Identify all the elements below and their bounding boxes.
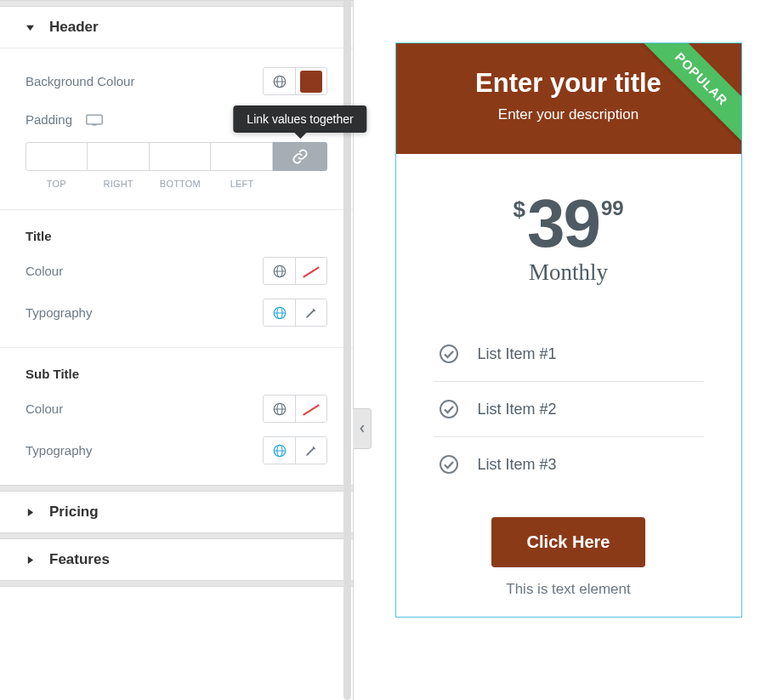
price-amount: 39	[527, 193, 599, 254]
feature-text: List Item #2	[478, 401, 557, 418]
global-colour-button[interactable]	[264, 258, 295, 284]
svg-marker-18	[27, 509, 32, 516]
subtitle-group: Sub Title Colour Typography	[0, 348, 353, 485]
accordion-features-label: Features	[49, 551, 110, 568]
padding-left-input[interactable]	[211, 142, 273, 171]
padding-right-input[interactable]	[88, 142, 150, 171]
link-values-button[interactable]	[273, 142, 327, 171]
padding-block: Padding TOP RIGHT	[26, 112, 327, 189]
padding-bottom-input[interactable]	[150, 142, 212, 171]
caret-down-icon	[26, 24, 34, 31]
price-block: $ 39 99 Monthly	[396, 154, 741, 301]
bg-colour-label: Background Colour	[26, 74, 134, 88]
currency-symbol: $	[513, 196, 525, 223]
global-colour-button[interactable]	[264, 68, 295, 94]
global-colour-button[interactable]	[264, 396, 295, 422]
preview-area: POPULAR Enter your title Enter your desc…	[354, 0, 783, 700]
accordion-header[interactable]: Header	[0, 7, 353, 48]
edit-typography-button[interactable]	[295, 437, 326, 464]
section-divider	[0, 0, 353, 7]
card-header: POPULAR Enter your title Enter your desc…	[396, 43, 741, 154]
no-colour-icon	[300, 260, 322, 282]
title-typography-control	[263, 299, 327, 327]
panel-content: Header Background Colour Padding	[0, 0, 353, 700]
svg-rect-4	[87, 115, 102, 124]
padding-bottom-label: BOTTOM	[150, 179, 212, 189]
card-subtitle: Enter your description	[411, 106, 726, 123]
svg-point-20	[440, 345, 457, 362]
tooltip: Link values together	[233, 105, 366, 133]
padding-top-label: TOP	[26, 179, 88, 189]
title-colour-swatch[interactable]	[295, 258, 326, 284]
title-heading: Title	[26, 229, 327, 243]
feature-list: List Item #1 List Item #2 List Item #3	[396, 301, 741, 495]
accordion-header-label: Header	[49, 19, 99, 36]
cta-button[interactable]: Click Here	[491, 517, 646, 567]
responsive-icon[interactable]	[86, 114, 103, 126]
title-colour-label: Colour	[26, 264, 63, 278]
settings-panel: Header Background Colour Padding	[0, 0, 354, 700]
svg-marker-0	[26, 25, 34, 30]
padding-label: Padding	[26, 112, 72, 127]
svg-rect-5	[93, 124, 97, 126]
globe-icon	[272, 401, 287, 417]
bg-colour-swatch[interactable]	[295, 68, 326, 94]
padding-right-label: RIGHT	[88, 179, 150, 189]
globe-icon	[272, 305, 287, 321]
subtitle-colour-swatch[interactable]	[295, 396, 326, 422]
check-circle-icon	[439, 344, 459, 364]
globe-icon	[272, 264, 287, 279]
feature-item: List Item #3	[434, 437, 704, 492]
title-typography-row: Typography	[26, 299, 327, 327]
edit-typography-button[interactable]	[295, 299, 326, 326]
title-colour-row: Colour	[26, 257, 327, 285]
footnote: This is text element	[396, 574, 741, 617]
global-typography-button[interactable]	[264, 299, 295, 326]
pencil-icon	[304, 444, 318, 458]
collapse-panel-button[interactable]	[353, 408, 372, 449]
bg-colour-control	[263, 67, 327, 95]
svg-marker-19	[27, 556, 32, 564]
check-circle-icon	[439, 399, 459, 419]
chevron-left-icon	[359, 424, 366, 434]
padding-left-label: LEFT	[211, 179, 273, 189]
svg-point-21	[440, 401, 457, 418]
section-divider	[0, 485, 353, 492]
subtitle-typography-control	[263, 436, 327, 464]
feature-text: List Item #3	[478, 456, 557, 474]
subtitle-typography-row: Typography	[26, 436, 327, 464]
caret-right-icon	[26, 556, 34, 564]
globe-icon	[272, 443, 287, 458]
padding-inputs: TOP RIGHT BOTTOM LEFT	[26, 142, 327, 189]
check-circle-icon	[439, 454, 459, 475]
padding-top-input[interactable]	[26, 142, 88, 171]
no-colour-icon	[300, 398, 322, 420]
title-typography-label: Typography	[26, 305, 92, 320]
svg-point-22	[440, 456, 457, 473]
subtitle-typography-label: Typography	[26, 443, 92, 458]
section-divider	[0, 580, 353, 587]
feature-text: List Item #1	[478, 345, 557, 363]
pencil-icon	[304, 306, 318, 320]
colour-swatch-icon	[300, 71, 322, 93]
caret-right-icon	[26, 509, 34, 516]
section-divider	[0, 532, 353, 539]
title-colour-control	[263, 257, 327, 285]
globe-icon	[272, 74, 287, 89]
pricing-card[interactable]: POPULAR Enter your title Enter your desc…	[395, 43, 742, 617]
feature-item: List Item #1	[434, 327, 704, 382]
header-group: Background Colour Padding	[0, 48, 353, 210]
accordion-pricing-label: Pricing	[49, 504, 99, 521]
subtitle-colour-control	[263, 395, 327, 423]
accordion-pricing[interactable]: Pricing	[0, 492, 353, 532]
link-icon	[292, 148, 309, 165]
price-period: Monthly	[413, 259, 724, 286]
subtitle-heading: Sub Title	[26, 367, 327, 381]
title-group: Title Colour Typography	[0, 210, 353, 348]
global-typography-button[interactable]	[264, 437, 295, 464]
feature-item: List Item #2	[434, 382, 704, 437]
bg-colour-row: Background Colour	[26, 67, 327, 95]
accordion-features[interactable]: Features	[0, 539, 353, 580]
price-cents: 99	[601, 196, 624, 220]
subtitle-colour-label: Colour	[26, 401, 63, 416]
